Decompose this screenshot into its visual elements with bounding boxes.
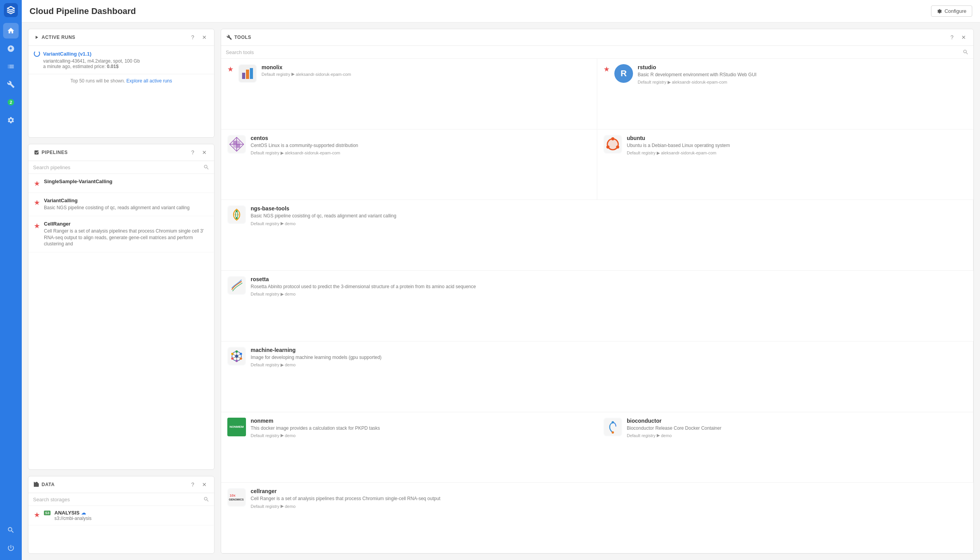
- svg-rect-10: [233, 141, 237, 144]
- tool-desc: Cell Ranger is a set of analysis pipelin…: [251, 495, 967, 502]
- data-header: DATA ? ✕: [28, 476, 214, 493]
- tool-item-ubuntu[interactable]: ubuntu Ubuntu is a Debian-based Linux op…: [597, 130, 973, 200]
- svg-point-19: [616, 145, 619, 149]
- tool-item-nonmem[interactable]: NONMEM nonmem This docker image provides…: [221, 412, 597, 483]
- tool-name: bioconductor: [627, 418, 967, 424]
- sidebar-item-power[interactable]: [3, 540, 19, 556]
- svg-text:GENOMICS: GENOMICS: [229, 498, 244, 501]
- svg-rect-42: [228, 489, 245, 506]
- ubuntu-logo: [603, 135, 622, 154]
- pipelines-title: PIPELINES: [34, 150, 68, 155]
- storage-name: ANALYSIS ☁: [54, 510, 209, 516]
- active-runs-help-button[interactable]: ?: [188, 33, 197, 42]
- pipeline-desc: Cell Ranger is a set of analysis pipelin…: [44, 228, 209, 247]
- run-footer: Top 50 runs will be shown. Explore all a…: [28, 74, 214, 88]
- pipelines-header: PIPELINES ? ✕: [28, 144, 214, 161]
- sidebar-item-runs[interactable]: 2: [3, 94, 19, 110]
- monolix-logo: [238, 64, 257, 83]
- tool-item-ngs[interactable]: ngs-base-tools Basic NGS pipeline cosist…: [221, 200, 973, 271]
- tool-registry: Default registry ▶ demo: [251, 504, 967, 509]
- tools-close-button[interactable]: ✕: [959, 33, 968, 42]
- sidebar-item-list[interactable]: [3, 59, 19, 74]
- active-runs-close-button[interactable]: ✕: [200, 33, 209, 42]
- pipeline-item[interactable]: ★ SingleSample-VariantCalling: [28, 174, 214, 193]
- tool-registry: Default registry ▶ demo: [251, 292, 967, 297]
- sidebar-item-git[interactable]: [3, 41, 19, 56]
- data-help-button[interactable]: ?: [188, 480, 197, 489]
- svg-rect-23: [228, 277, 245, 294]
- run-spinner: [34, 51, 40, 57]
- pipeline-name: CellRanger: [44, 221, 209, 227]
- data-close-button[interactable]: ✕: [200, 480, 209, 489]
- data-search-input[interactable]: [33, 497, 200, 502]
- left-column: ACTIVE RUNS ? ✕ VariantCalling (v1.1) va…: [28, 29, 214, 554]
- configure-button[interactable]: Configure: [931, 5, 972, 17]
- pipelines-search-box: [28, 161, 214, 174]
- storage-list: ★ S3 ANALYSIS ☁ s3://cmbi-analysis: [28, 506, 214, 553]
- sidebar-item-home[interactable]: [3, 23, 19, 38]
- play-icon: [34, 35, 39, 40]
- tool-item-bioconductor[interactable]: bioconductor Bioconductor Release Core D…: [597, 412, 973, 483]
- tools-icon: [227, 35, 232, 40]
- tool-name: rstudio: [638, 64, 967, 70]
- sidebar-item-search[interactable]: [3, 522, 19, 538]
- pipelines-search-input[interactable]: [33, 164, 200, 170]
- tool-registry: Default registry ▶ aleksandr-sidoruk-epa…: [251, 150, 591, 156]
- cellranger-logo: 10x GENOMICS: [227, 488, 246, 507]
- dashboard: ACTIVE RUNS ? ✕ VariantCalling (v1.1) va…: [22, 23, 980, 560]
- tool-item-centos[interactable]: centos CentOS Linux is a community-suppo…: [221, 130, 597, 200]
- svg-point-41: [612, 421, 614, 424]
- data-search-icon: [203, 496, 209, 502]
- header: Cloud Pipeline Dashboard Configure: [22, 0, 980, 23]
- star-icon: ★: [34, 198, 40, 207]
- app-logo[interactable]: [4, 3, 18, 17]
- rosetta-logo: [227, 276, 246, 295]
- pipelines-search-icon: [203, 164, 209, 170]
- main-content: Cloud Pipeline Dashboard Configure ACTIV…: [22, 0, 980, 560]
- tool-item-rosetta[interactable]: rosetta Rosetta Abinito protocol used to…: [221, 271, 973, 341]
- tool-desc: This docker image provides a calculation…: [251, 425, 591, 432]
- storage-item[interactable]: ★ S3 ANALYSIS ☁ s3://cmbi-analysis: [28, 506, 214, 525]
- pipelines-close-button[interactable]: ✕: [200, 148, 209, 157]
- sidebar: 2: [0, 0, 22, 560]
- svg-rect-12: [233, 144, 237, 148]
- data-actions: ? ✕: [188, 480, 209, 489]
- star-icon: ★: [227, 65, 234, 74]
- pipeline-item[interactable]: ★ CellRanger Cell Ranger is a set of ana…: [28, 216, 214, 252]
- pipelines-help-button[interactable]: ?: [188, 148, 197, 157]
- tool-name: rosetta: [251, 276, 967, 282]
- tools-search-input[interactable]: [226, 49, 959, 55]
- tool-name: ubuntu: [627, 135, 967, 141]
- rstudio-logo: R: [614, 64, 633, 83]
- tool-item-cellranger[interactable]: 10x GENOMICS cellranger Cell Ranger is a…: [221, 483, 973, 553]
- tool-item-ml[interactable]: machine-learning Image for developing ma…: [221, 341, 973, 412]
- tool-desc: Bioconductor Release Core Docker Contain…: [627, 425, 967, 432]
- configure-icon: [937, 9, 942, 14]
- svg-point-31: [231, 357, 234, 360]
- tool-item-monolix[interactable]: ★ monolix Default registry ▶ aleksandr-s…: [221, 59, 597, 130]
- runs-badge: 2: [10, 100, 12, 105]
- svg-point-26: [235, 355, 238, 358]
- explore-runs-link[interactable]: Explore all active runs: [126, 78, 172, 84]
- svg-point-40: [612, 431, 614, 434]
- sidebar-item-settings[interactable]: [3, 112, 19, 128]
- page-title: Cloud Pipeline Dashboard: [30, 6, 136, 16]
- svg-point-18: [607, 145, 610, 149]
- svg-rect-2: [242, 73, 245, 79]
- star-icon: ★: [603, 65, 610, 74]
- sidebar-item-tools[interactable]: [3, 77, 19, 92]
- pipeline-item[interactable]: ★ VariantCalling Basic NGS pipeline cosi…: [28, 193, 214, 216]
- tools-title: TOOLS: [227, 35, 251, 40]
- ngs-logo: [227, 205, 246, 224]
- tool-item-rstudio[interactable]: ★ R rstudio Basic R development environm…: [597, 59, 973, 130]
- tools-search-box: [221, 46, 973, 59]
- tools-help-button[interactable]: ?: [948, 33, 956, 42]
- svg-rect-13: [237, 141, 240, 144]
- svg-point-29: [240, 357, 242, 360]
- tool-registry: Default registry ▶ demo: [251, 433, 591, 438]
- tool-desc: Image for developing machine learning mo…: [251, 354, 967, 361]
- run-item[interactable]: VariantCalling (v1.1) variantcalling-436…: [28, 46, 214, 74]
- tool-desc: Basic R development environment with RSt…: [638, 72, 967, 78]
- star-icon: ★: [34, 222, 40, 230]
- tool-registry: Default registry ▶ aleksandr-sidoruk-epa…: [627, 150, 967, 156]
